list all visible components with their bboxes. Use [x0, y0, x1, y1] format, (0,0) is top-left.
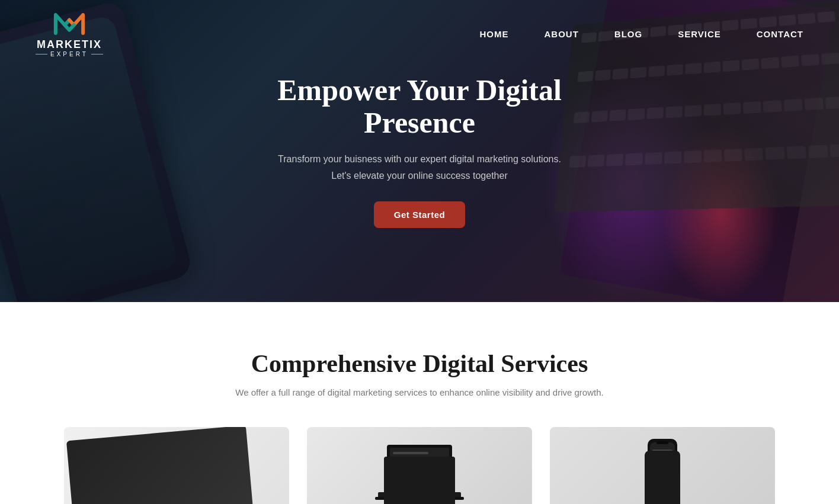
phone-illustration	[597, 433, 728, 504]
logo[interactable]: MARKETIX EXPERT	[36, 11, 103, 57]
service-card-3-image	[550, 427, 775, 504]
hero-content: Empower Your Digital Presence Transform …	[212, 74, 627, 227]
svg-line-5	[159, 459, 169, 469]
svg-rect-12	[393, 461, 434, 463]
nav-service[interactable]: SERVICE	[678, 29, 721, 39]
svg-rect-1	[119, 439, 193, 504]
services-subtitle: We offer a full range of digital marketi…	[36, 387, 803, 397]
svg-rect-10	[393, 452, 428, 454]
nav-links: HOME ABOUT BLOG SERVICE CONTACT	[480, 29, 803, 40]
svg-marker-6	[165, 455, 171, 462]
nav-about[interactable]: ABOUT	[545, 29, 579, 39]
get-started-button[interactable]: Get Started	[374, 201, 465, 228]
svg-rect-17	[650, 442, 675, 504]
logo-icon	[52, 11, 87, 37]
brand-tagline: EXPERT	[36, 51, 103, 57]
svg-rect-14	[378, 492, 461, 498]
service-card-3	[550, 427, 775, 504]
svg-point-4	[152, 473, 158, 479]
svg-rect-11	[393, 457, 440, 458]
service-card-1-image: STRATEGY	[64, 427, 289, 504]
hero-subtitle-line1: Transform your buisness with our expert …	[278, 154, 561, 164]
nav-contact[interactable]: CONTACT	[757, 29, 803, 39]
svg-point-3	[149, 469, 162, 483]
strategy-illustration: STRATEGY	[111, 433, 242, 504]
nav-home[interactable]: HOME	[480, 29, 509, 39]
brand-name: MARKETIX	[37, 38, 102, 51]
svg-text:STRATEGY: STRATEGY	[197, 493, 239, 504]
svg-rect-18	[657, 441, 668, 444]
services-section: Comprehensive Digital Services We offer …	[0, 302, 839, 504]
svg-rect-13	[393, 465, 437, 467]
svg-rect-0	[112, 434, 200, 504]
service-card-2-image	[307, 427, 532, 504]
service-card-2	[307, 427, 532, 504]
svg-rect-15	[375, 497, 464, 500]
services-title: Comprehensive Digital Services	[36, 349, 803, 378]
laptop-illustration	[354, 433, 485, 504]
svg-rect-21	[652, 458, 670, 460]
svg-point-2	[143, 464, 168, 488]
svg-rect-19	[652, 450, 673, 452]
hero-subtitle: Transform your buisness with our expert …	[224, 151, 615, 183]
nav-blog[interactable]: BLOG	[614, 29, 642, 39]
services-grid: STRATEGY	[64, 427, 775, 504]
svg-rect-20	[652, 454, 667, 456]
hero-title: Empower Your Digital Presence	[224, 74, 615, 139]
navbar: MARKETIX EXPERT HOME ABOUT BLOG SERVICE …	[0, 0, 839, 68]
hero-subtitle-line2: Let's elevate your online success togeth…	[331, 171, 507, 181]
service-card-1: STRATEGY	[64, 427, 289, 504]
